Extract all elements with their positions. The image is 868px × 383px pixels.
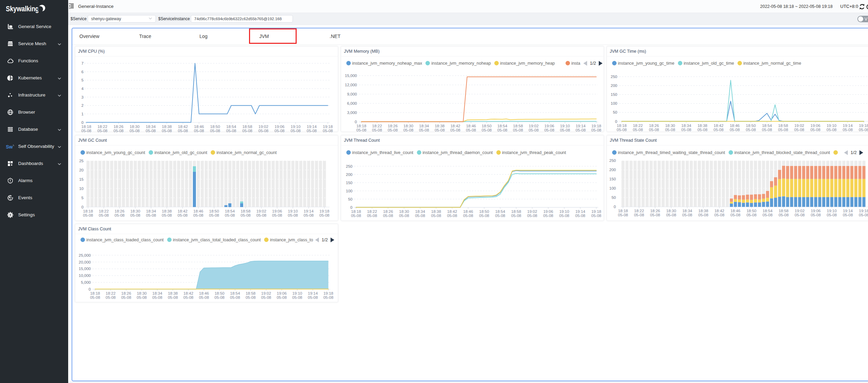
svg-text:18:46: 18:46 xyxy=(194,209,203,213)
svg-text:250: 250 xyxy=(611,75,617,79)
svg-text:18:22: 18:22 xyxy=(634,209,644,213)
svg-text:18:58: 18:58 xyxy=(246,291,256,295)
svg-text:05-08: 05-08 xyxy=(560,128,570,132)
svg-text:18:26: 18:26 xyxy=(388,124,398,128)
svg-text:05-08: 05-08 xyxy=(146,213,156,217)
svg-text:05-08: 05-08 xyxy=(666,213,676,217)
svg-text:18:18: 18:18 xyxy=(82,125,91,129)
svg-text:05-08: 05-08 xyxy=(256,213,266,217)
svg-text:18:58: 18:58 xyxy=(241,209,251,213)
svg-text:19:06: 19:06 xyxy=(544,124,554,128)
svg-text:18:34: 18:34 xyxy=(152,291,162,295)
svg-text:15,000: 15,000 xyxy=(345,74,357,78)
svg-text:19:14: 19:14 xyxy=(308,291,318,295)
svg-text:18:30: 18:30 xyxy=(399,209,409,214)
svg-text:18:30: 18:30 xyxy=(130,125,140,129)
svg-text:7: 7 xyxy=(82,61,84,65)
svg-text:18:50: 18:50 xyxy=(746,124,756,128)
svg-text:05-08: 05-08 xyxy=(575,128,585,132)
svg-text:05-08: 05-08 xyxy=(277,295,287,299)
svg-text:05-08: 05-08 xyxy=(99,213,109,217)
svg-text:05-08: 05-08 xyxy=(351,214,361,218)
svg-text:05-08: 05-08 xyxy=(210,129,220,133)
svg-text:1: 1 xyxy=(82,112,84,116)
svg-text:05-08: 05-08 xyxy=(450,128,460,132)
svg-text:19:18: 19:18 xyxy=(323,291,333,295)
svg-text:0: 0 xyxy=(82,205,84,209)
svg-text:18:58: 18:58 xyxy=(778,124,788,128)
svg-text:18:26: 18:26 xyxy=(121,291,131,295)
svg-text:100: 100 xyxy=(346,189,352,193)
svg-text:19:06: 19:06 xyxy=(811,209,821,213)
svg-text:18:26: 18:26 xyxy=(650,209,660,213)
svg-text:05-08: 05-08 xyxy=(544,128,554,132)
svg-text:0: 0 xyxy=(350,205,352,209)
svg-text:19:10: 19:10 xyxy=(827,209,837,213)
svg-text:05-08: 05-08 xyxy=(698,213,708,217)
svg-text:19:06: 19:06 xyxy=(543,209,553,214)
svg-text:2: 2 xyxy=(82,103,84,107)
svg-text:Sw: Sw xyxy=(6,144,13,150)
svg-text:18:34: 18:34 xyxy=(415,209,425,214)
svg-text:4: 4 xyxy=(82,87,84,91)
svg-text:18:38: 18:38 xyxy=(435,124,445,128)
svg-text:05-08: 05-08 xyxy=(323,295,333,299)
svg-text:05-08: 05-08 xyxy=(513,128,523,132)
svg-text:18:18: 18:18 xyxy=(351,209,361,214)
svg-text:05-08: 05-08 xyxy=(114,213,124,217)
svg-text:05-08: 05-08 xyxy=(383,214,393,218)
svg-text:05-08: 05-08 xyxy=(794,128,804,132)
svg-text:19:14: 19:14 xyxy=(575,209,585,214)
svg-text:18:54: 18:54 xyxy=(762,124,772,128)
svg-text:05-08: 05-08 xyxy=(240,213,250,217)
svg-text:18:18: 18:18 xyxy=(357,124,367,128)
svg-text:18:50: 18:50 xyxy=(209,209,219,213)
svg-text:19:06: 19:06 xyxy=(272,209,282,213)
svg-text:18:58: 18:58 xyxy=(511,209,521,214)
svg-text:05-08: 05-08 xyxy=(482,128,492,132)
svg-text:18:30: 18:30 xyxy=(665,124,675,128)
svg-text:05-08: 05-08 xyxy=(463,214,473,218)
svg-text:0: 0 xyxy=(82,120,84,125)
svg-text:19:14: 19:14 xyxy=(843,124,853,128)
svg-text:18:50: 18:50 xyxy=(746,209,756,213)
svg-text:18:30: 18:30 xyxy=(666,209,676,213)
svg-text:05-08: 05-08 xyxy=(843,128,853,132)
svg-text:18:38: 18:38 xyxy=(697,124,707,128)
svg-text:05-08: 05-08 xyxy=(121,295,131,299)
svg-text:18:22: 18:22 xyxy=(106,291,116,295)
svg-text:0: 0 xyxy=(615,119,617,124)
svg-text:05-08: 05-08 xyxy=(762,213,772,217)
svg-text:18:38: 18:38 xyxy=(698,209,708,213)
svg-text:18:46: 18:46 xyxy=(194,125,204,129)
svg-text:05-08: 05-08 xyxy=(113,129,123,133)
svg-text:05-08: 05-08 xyxy=(746,128,756,132)
svg-text:05-08: 05-08 xyxy=(466,128,476,132)
svg-text:05-08: 05-08 xyxy=(479,214,489,218)
svg-text:05-08: 05-08 xyxy=(697,128,707,132)
svg-text:18:26: 18:26 xyxy=(115,209,125,213)
svg-text:15: 15 xyxy=(79,177,84,181)
svg-text:12,000: 12,000 xyxy=(345,83,357,87)
svg-text:10,000: 10,000 xyxy=(79,273,91,278)
svg-text:18:22: 18:22 xyxy=(633,124,643,128)
svg-text:18:38: 18:38 xyxy=(168,291,178,295)
svg-text:18:54: 18:54 xyxy=(225,209,235,213)
svg-text:05-08: 05-08 xyxy=(527,214,537,218)
svg-text:20: 20 xyxy=(79,168,84,172)
svg-text:19:06: 19:06 xyxy=(277,291,287,295)
svg-text:18:46: 18:46 xyxy=(463,209,473,214)
svg-text:05-08: 05-08 xyxy=(779,213,789,217)
svg-text:05-08: 05-08 xyxy=(827,128,836,132)
svg-text:05-08: 05-08 xyxy=(130,213,140,217)
svg-text:05-08: 05-08 xyxy=(618,213,628,217)
svg-text:5: 5 xyxy=(82,196,84,200)
svg-text:18:34: 18:34 xyxy=(419,124,429,128)
svg-text:05-08: 05-08 xyxy=(435,128,445,132)
svg-text:05-08: 05-08 xyxy=(778,128,788,132)
svg-text:18:58: 18:58 xyxy=(779,209,789,213)
svg-text:05-08: 05-08 xyxy=(106,295,115,299)
svg-text:18:50: 18:50 xyxy=(482,124,492,128)
svg-text:05-08: 05-08 xyxy=(730,128,740,132)
svg-text:18:42: 18:42 xyxy=(447,209,457,214)
